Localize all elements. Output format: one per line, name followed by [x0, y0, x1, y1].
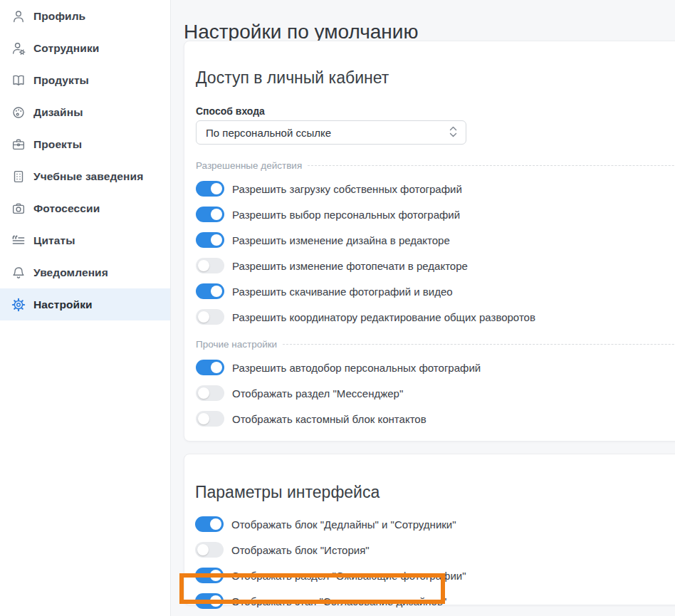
toggle-label: Отображать блок "История" [231, 544, 370, 556]
toggle-knob [210, 595, 221, 607]
toggle-label: Разрешить скачивание фотографий и видео [232, 286, 453, 298]
main-content: Настройки по умолчанию Доступ в личный к… [172, 0, 675, 616]
toggle-row: Разрешить автодобор персональных фотогра… [196, 360, 675, 375]
sidebar-item-employees[interactable]: Сотрудники [0, 32, 170, 64]
section-divider: Прочие настройки [196, 338, 675, 350]
bell-icon [10, 264, 27, 281]
toggle-switch[interactable] [195, 516, 224, 532]
sidebar-item-label: Профиль [33, 10, 85, 23]
toggle-label: Разрешить координатору редактирование об… [232, 311, 535, 323]
toggle-row: Разрешить выбор персональных фотографий [196, 207, 675, 222]
login-method-label: Способ входа [196, 105, 675, 118]
toggle-knob [210, 570, 221, 581]
toggle-switch[interactable] [196, 181, 224, 197]
login-method-value: По персональной ссылке [206, 127, 331, 139]
sidebar-item-label: Проекты [33, 138, 82, 151]
sidebar-item-label: Настройки [33, 298, 93, 311]
sidebar-item-profile[interactable]: Профиль [0, 0, 170, 32]
toggle-label: Отображать раздел "Мессенджер" [232, 387, 403, 400]
sidebar-item-label: Дизайны [33, 106, 83, 119]
toggle-knob [211, 209, 222, 220]
toggle-label: Разрешить загрузку собственных фотографи… [232, 183, 462, 195]
toggle-row: Разрешить изменение фотопечати в редакто… [196, 258, 675, 273]
toggle-knob [211, 234, 222, 246]
sidebar-item-projects[interactable]: Проекты [0, 128, 170, 160]
login-method-select[interactable]: По персональной ссылке [196, 120, 466, 145]
toggle-knob [198, 413, 209, 424]
building-icon [10, 168, 27, 185]
toggle-row: Отображать этап "Согласование дизайнов" [195, 593, 675, 609]
toggle-label: Отображать блок "Дедлайны" и "Сотрудники… [231, 518, 456, 531]
toggle-switch[interactable] [196, 360, 224, 375]
toggle-switch[interactable] [196, 411, 224, 427]
toggle-row: Отображать раздел "Мессенджер" [196, 385, 675, 401]
toggle-row: Разрешить скачивание фотографий и видео [196, 283, 675, 299]
toggle-knob [197, 544, 209, 555]
toggle-row: Отображать раздел "Оживающие фотографии" [195, 568, 675, 583]
interface-card-rows: Отображать блок "Дедлайны" и "Сотрудники… [195, 516, 675, 609]
sidebar-item-label: Уведомления [33, 266, 108, 279]
sidebar-item-label: Сотрудники [33, 42, 99, 55]
toggle-switch[interactable] [195, 593, 224, 609]
toggle-switch[interactable] [196, 283, 224, 299]
interface-card-title: Параметры интерфейса [195, 482, 675, 502]
sidebar-item-label: Цитаты [33, 234, 75, 247]
sidebar-item-quotes[interactable]: Цитаты [0, 224, 170, 256]
toggle-label: Отображать раздел "Оживающие фотографии" [231, 570, 466, 582]
user-icon [10, 8, 27, 25]
sidebar-item-notifications[interactable]: Уведомления [0, 256, 170, 288]
camera-icon [10, 200, 27, 217]
sidebar-item-label: Учебные заведения [33, 170, 143, 183]
toggle-knob [198, 311, 209, 323]
user-gear-icon [10, 40, 27, 57]
sidebar-item-label: Фотосессии [33, 202, 100, 215]
toggle-knob [211, 286, 222, 297]
app-window: ПрофильСотрудникиПродуктыДизайныПроектыУ… [0, 0, 675, 616]
quotes-icon [10, 232, 27, 249]
toggle-row: Разрешить загрузку собственных фотографи… [196, 181, 675, 197]
section-divider: Разрешенные действия [196, 159, 675, 172]
section-divider-label: Прочие настройки [196, 339, 277, 350]
toggle-row: Отображать блок "История" [195, 542, 675, 558]
toggle-switch[interactable] [196, 232, 224, 248]
access-card: Доступ в личный кабинет Способ входа По … [184, 41, 675, 442]
toggle-switch[interactable] [196, 207, 224, 222]
toggle-row: Отображать блок "Дедлайны" и "Сотрудники… [195, 516, 675, 532]
book-icon [10, 72, 27, 89]
sidebar-nav: ПрофильСотрудникиПродуктыДизайныПроектыУ… [0, 0, 171, 616]
access-card-title: Доступ в личный кабинет [196, 68, 675, 88]
toggle-row: Разрешить координатору редактирование об… [196, 309, 675, 325]
toggle-knob [198, 387, 209, 399]
toggle-knob [210, 518, 221, 530]
gear-icon [10, 296, 27, 313]
palette-icon [10, 104, 27, 121]
toggle-label: Разрешить выбор персональных фотографий [232, 209, 460, 221]
toggle-label: Разрешить изменение фотопечати в редакто… [232, 260, 468, 272]
section-divider-line [283, 344, 675, 345]
toggle-row: Отображать кастомный блок контактов [196, 411, 675, 427]
toggle-label: Разрешить изменение дизайна в редакторе [232, 234, 450, 246]
sidebar-item-products[interactable]: Продукты [0, 64, 170, 96]
section-divider-line [308, 165, 675, 166]
toggle-knob [211, 183, 222, 194]
toggle-switch[interactable] [196, 385, 224, 401]
toggle-row: Разрешить изменение дизайна в редакторе [196, 232, 675, 248]
sidebar-item-settings[interactable]: Настройки [0, 288, 170, 320]
sidebar-item-designs[interactable]: Дизайны [0, 96, 170, 128]
interface-card: Параметры интерфейса Отображать блок "Де… [184, 454, 675, 605]
section-divider-label: Разрешенные действия [196, 160, 302, 171]
toggle-switch[interactable] [196, 309, 224, 325]
sidebar-item-photosessions[interactable]: Фотосессии [0, 192, 170, 224]
toggle-knob [198, 260, 209, 271]
toggle-switch[interactable] [195, 568, 224, 583]
briefcase-icon [10, 136, 27, 153]
toggle-label: Отображать этап "Согласование дизайнов" [231, 595, 446, 607]
toggle-switch[interactable] [196, 258, 224, 273]
toggle-label: Отображать кастомный блок контактов [232, 413, 427, 425]
chevron-updown-icon [449, 126, 457, 140]
sidebar-item-label: Продукты [33, 74, 89, 87]
sidebar-item-schools[interactable]: Учебные заведения [0, 160, 170, 192]
toggle-switch[interactable] [195, 542, 224, 558]
toggle-knob [211, 362, 222, 373]
toggle-label: Разрешить автодобор персональных фотогра… [232, 362, 481, 374]
